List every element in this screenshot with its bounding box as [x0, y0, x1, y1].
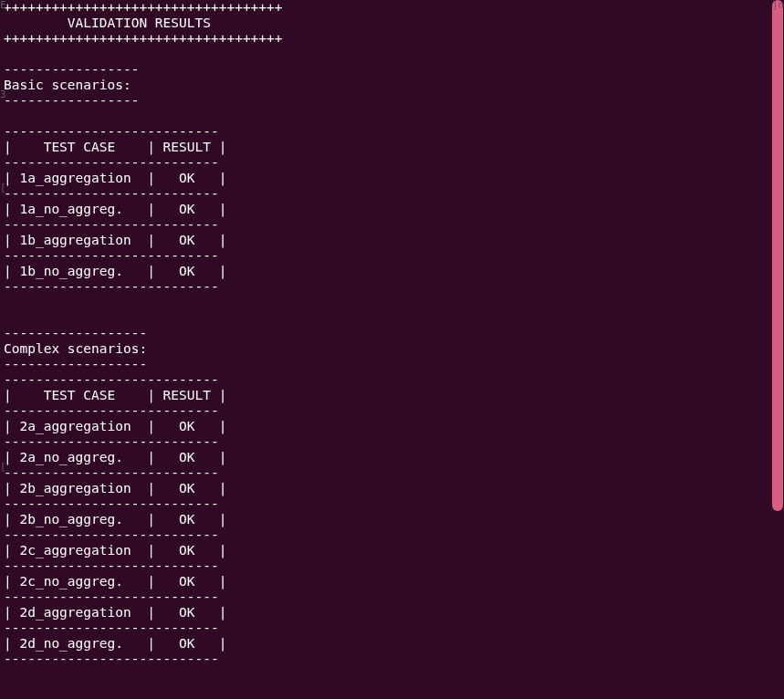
table-divider: ---------------------------	[4, 527, 219, 542]
table-divider: ---------------------------	[4, 403, 219, 418]
table-divider: ---------------------------	[4, 465, 219, 480]
section-title: Complex scenarios:	[4, 341, 147, 356]
terminal-output: +++++++++++++++++++++++++++++++++++ VALI…	[0, 0, 784, 699]
table-row: | 2c_no_aggreg. | OK |	[4, 574, 226, 589]
header-divider-bottom: +++++++++++++++++++++++++++++++++++	[4, 31, 283, 46]
table-row: | 1b_aggregation | OK |	[4, 233, 226, 247]
table-row: | 2b_no_aggreg. | OK |	[4, 512, 226, 527]
table-divider: ---------------------------	[4, 496, 219, 511]
table-divider: ---------------------------	[4, 248, 219, 263]
table-header-row: | TEST CASE | RESULT |	[4, 388, 226, 402]
table-divider: ---------------------------	[4, 279, 219, 294]
section-divider-top: ------------------	[4, 326, 147, 340]
table-divider: ---------------------------	[4, 589, 219, 604]
table-divider: ---------------------------	[4, 155, 219, 170]
table-divider: ---------------------------	[4, 652, 219, 666]
table-row: | 2a_aggregation | OK |	[4, 419, 226, 433]
table-divider: ---------------------------	[4, 372, 219, 387]
table-divider: ---------------------------	[4, 434, 219, 449]
section-title: Basic scenarios:	[4, 78, 131, 92]
scrollbar-track[interactable]	[771, 0, 784, 699]
table-divider: ---------------------------	[4, 558, 219, 573]
table-divider: ---------------------------	[4, 124, 219, 139]
table-divider: ---------------------------	[4, 621, 219, 635]
table-row: | 1b_no_aggreg. | OK |	[4, 264, 226, 278]
table-header-row: | TEST CASE | RESULT |	[4, 140, 226, 154]
section-divider-top: -----------------	[4, 62, 139, 77]
section-divider-bottom: ------------------	[4, 357, 147, 371]
table-row: | 2b_aggregation | OK |	[4, 481, 226, 496]
table-row: | 1a_no_aggreg. | OK |	[4, 202, 226, 216]
table-row: | 2a_no_aggreg. | OK |	[4, 450, 226, 464]
table-row: | 1a_aggregation | OK |	[4, 171, 226, 185]
header-title: VALIDATION RESULTS	[4, 16, 211, 30]
table-divider: ---------------------------	[4, 186, 219, 201]
table-divider: ---------------------------	[4, 217, 219, 232]
header-divider-top: +++++++++++++++++++++++++++++++++++	[4, 0, 283, 15]
table-row: | 2d_aggregation | OK |	[4, 605, 226, 620]
table-row: | 2c_aggregation | OK |	[4, 543, 226, 558]
section-divider-bottom: -----------------	[4, 93, 139, 108]
scrollbar-thumb[interactable]	[772, 0, 783, 511]
table-row: | 2d_no_aggreg. | OK |	[4, 636, 226, 651]
